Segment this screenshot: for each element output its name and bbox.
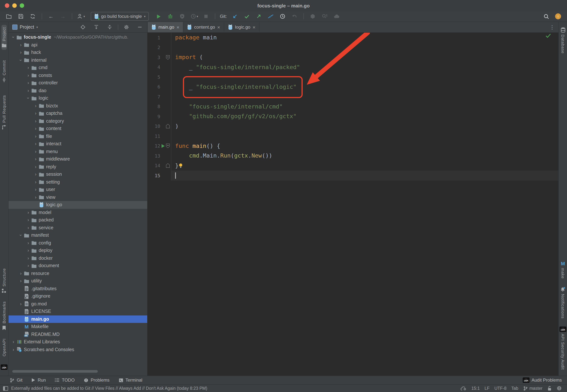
tree-item-logic.go[interactable]: logic.go bbox=[9, 201, 147, 209]
chevron-right-icon[interactable]: › bbox=[18, 271, 23, 276]
tool-problems[interactable]: Problems bbox=[84, 378, 110, 383]
tree-item-bizctx[interactable]: ›bizctx bbox=[9, 102, 147, 110]
chevron-down-icon[interactable]: › bbox=[11, 35, 16, 40]
tree-item-resource[interactable]: ›resource bbox=[9, 270, 147, 277]
expand-all-button[interactable] bbox=[91, 23, 102, 31]
tree-item-setting[interactable]: ›setting bbox=[9, 178, 147, 186]
close-icon[interactable]: × bbox=[253, 25, 255, 29]
tree-item-.gitignore[interactable]: .gitignore bbox=[9, 293, 147, 300]
navigate-back-button[interactable]: ← bbox=[46, 12, 56, 20]
chevron-right-icon[interactable]: › bbox=[33, 187, 38, 192]
tool-commit[interactable]: Commit bbox=[1, 58, 7, 85]
chevron-right-icon[interactable]: › bbox=[33, 180, 38, 184]
tree-item-api[interactable]: ›api bbox=[9, 41, 147, 49]
cloud-sync-button[interactable] bbox=[331, 12, 342, 20]
run-button[interactable] bbox=[153, 12, 164, 20]
chevron-right-icon[interactable]: › bbox=[33, 165, 38, 169]
tree-item-license[interactable]: LICENSE bbox=[9, 308, 147, 315]
minimize-window-button[interactable] bbox=[12, 3, 17, 8]
close-icon[interactable]: × bbox=[176, 25, 179, 29]
profiler-button[interactable]: ▾ bbox=[189, 12, 200, 20]
tool-structure[interactable]: Structure bbox=[2, 266, 6, 295]
cloud-settings-icon[interactable] bbox=[460, 386, 467, 391]
tool-make[interactable]: Mmake bbox=[561, 259, 565, 281]
run-configuration-selector[interactable]: go build focus-single▾ bbox=[91, 12, 149, 21]
chevron-down-icon[interactable]: › bbox=[19, 57, 23, 63]
tree-item-file[interactable]: ›file bbox=[9, 132, 147, 140]
tree-item-reply[interactable]: ›reply bbox=[9, 163, 147, 170]
tree-item-main.go[interactable]: main.go bbox=[9, 315, 147, 323]
chevron-right-icon[interactable]: › bbox=[18, 302, 23, 306]
tool-api-badge[interactable]: ···/API bbox=[1, 362, 7, 372]
tree-item-logic[interactable]: ›logic bbox=[9, 94, 147, 102]
zoom-window-button[interactable] bbox=[20, 3, 24, 8]
tree-item-external-libraries[interactable]: ›External Libraries bbox=[9, 338, 147, 346]
indent-style[interactable]: Tab bbox=[511, 386, 518, 391]
chevron-right-icon[interactable]: › bbox=[26, 81, 31, 85]
tree-item-user[interactable]: ›user bbox=[9, 186, 147, 193]
tree-item-menu[interactable]: ›menu bbox=[9, 148, 147, 155]
tree-item-consts[interactable]: ›consts bbox=[9, 71, 147, 79]
tree-item-middleware[interactable]: ›middleware bbox=[9, 155, 147, 163]
tool-project[interactable]: Project bbox=[1, 25, 7, 50]
merge-button[interactable] bbox=[265, 12, 276, 20]
synchronize-button[interactable] bbox=[28, 12, 38, 20]
hide-panel-button[interactable] bbox=[135, 23, 145, 31]
history-button[interactable] bbox=[277, 12, 288, 20]
chevron-right-icon[interactable]: › bbox=[26, 225, 31, 230]
tree-item-.gitattributes[interactable]: .gitattributes bbox=[9, 285, 147, 293]
tool-api-security-audit[interactable]: ···/APIAPI Security Audit bbox=[560, 324, 566, 372]
toggle-tool-windows-icon[interactable] bbox=[3, 386, 8, 391]
chevron-right-icon[interactable]: › bbox=[11, 347, 16, 352]
chevron-right-icon[interactable]: › bbox=[26, 241, 31, 245]
tree-item-document[interactable]: ›document bbox=[9, 262, 147, 270]
chevron-right-icon[interactable]: › bbox=[33, 119, 38, 123]
tool-pull-requests[interactable]: Pull Requests bbox=[1, 93, 7, 132]
writable-lock-icon[interactable] bbox=[547, 386, 552, 391]
chevron-right-icon[interactable]: › bbox=[33, 172, 38, 177]
rollback-button[interactable] bbox=[289, 12, 300, 20]
tab-main-go[interactable]: main.go× bbox=[148, 22, 184, 32]
tree-item-captcha[interactable]: ›captcha bbox=[9, 110, 147, 117]
debug-button[interactable] bbox=[165, 12, 176, 20]
tool-bookmarks[interactable]: Bookmarks bbox=[2, 299, 6, 333]
tree-item-hack[interactable]: ›hack bbox=[9, 49, 147, 56]
chevron-right-icon[interactable]: › bbox=[26, 264, 31, 268]
search-everywhere-button[interactable] bbox=[541, 12, 551, 20]
locate-opened-file-button[interactable] bbox=[78, 23, 88, 31]
tree-item-controller[interactable]: ›controller bbox=[9, 79, 147, 87]
close-icon[interactable]: × bbox=[217, 25, 220, 29]
tab-list-menu-button[interactable]: ⋮ bbox=[546, 22, 558, 32]
save-all-button[interactable] bbox=[16, 12, 26, 20]
chevron-right-icon[interactable]: › bbox=[33, 149, 38, 154]
code-editor[interactable]: 1package main23import (4 _ "focus-single… bbox=[148, 33, 558, 376]
tree-item-interact[interactable]: ›interact bbox=[9, 140, 147, 148]
file-encoding[interactable]: UTF-8 bbox=[494, 386, 506, 391]
update-project-button[interactable] bbox=[230, 12, 240, 20]
project-panel-title[interactable]: Project bbox=[20, 25, 34, 30]
tool-audit-problems[interactable]: ···/APIAudit Problems bbox=[523, 378, 562, 383]
git-branch[interactable]: master bbox=[523, 386, 542, 391]
tab-logic-go[interactable]: logic.go× bbox=[224, 22, 260, 32]
tree-item-packed[interactable]: ›packed bbox=[9, 216, 147, 224]
tree-item-makefile[interactable]: MMakefile bbox=[9, 323, 147, 331]
tree-item-session[interactable]: ›session bbox=[9, 170, 147, 178]
package-tool-button[interactable] bbox=[307, 12, 318, 20]
chevron-right-icon[interactable]: › bbox=[26, 66, 31, 70]
chevron-right-icon[interactable]: › bbox=[33, 157, 38, 161]
tool-openapi[interactable]: OpenAPI bbox=[2, 336, 6, 359]
chevron-right-icon[interactable]: › bbox=[18, 50, 23, 55]
chevron-right-icon[interactable]: › bbox=[26, 210, 31, 215]
profile-button[interactable]: ▾ bbox=[76, 12, 86, 20]
tool-run[interactable]: Run bbox=[31, 378, 46, 383]
chevron-down-icon[interactable]: › bbox=[19, 233, 23, 238]
tree-item-cmd[interactable]: ›cmd bbox=[9, 64, 147, 71]
tree-item-category[interactable]: ›category bbox=[9, 117, 147, 125]
tool-todo[interactable]: TODO bbox=[55, 378, 75, 383]
chevron-right-icon[interactable]: › bbox=[33, 142, 38, 146]
tree-item-internal[interactable]: ›internal bbox=[9, 56, 147, 64]
tree-item-docker[interactable]: ›docker bbox=[9, 254, 147, 262]
run-with-coverage-button[interactable] bbox=[177, 12, 188, 20]
chevron-down-icon[interactable]: › bbox=[26, 96, 30, 101]
tool-database[interactable]: Database bbox=[561, 25, 565, 56]
